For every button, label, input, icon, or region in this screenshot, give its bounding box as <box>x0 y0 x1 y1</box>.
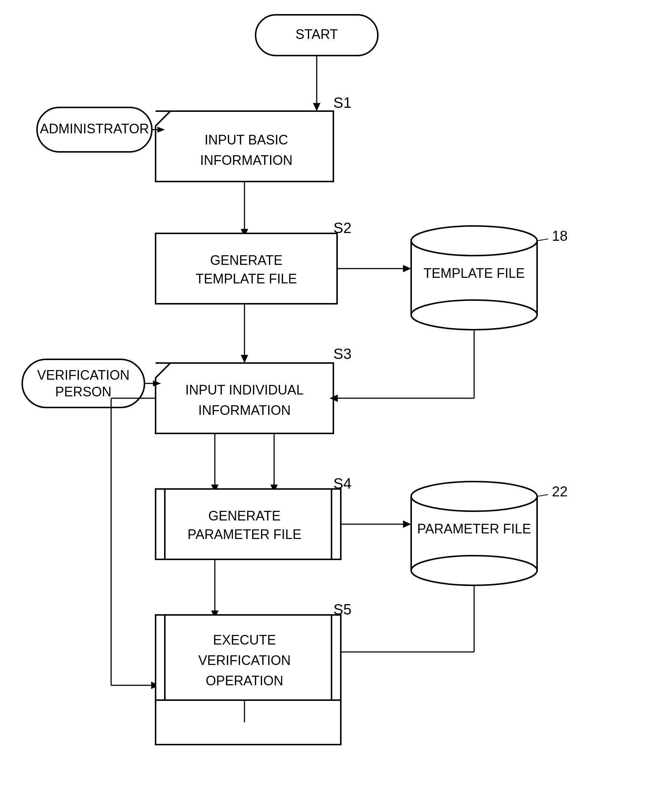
s2-text2: TEMPLATE FILE <box>196 271 297 286</box>
vp-text1: VERIFICATION <box>37 368 129 383</box>
param-db-label: PARAMETER FILE <box>417 521 531 537</box>
administrator-label: ADMINISTRATOR <box>40 121 149 136</box>
s1-text1: INPUT BASIC <box>204 132 288 147</box>
vp-text2: PERSON <box>55 384 111 399</box>
s4-text2: PARAMETER FILE <box>187 527 301 542</box>
svg-point-30 <box>411 481 537 511</box>
svg-marker-29 <box>403 520 411 528</box>
s4-box-outer <box>156 489 341 559</box>
s1-text2: INFORMATION <box>200 153 292 168</box>
s3-box <box>156 363 333 433</box>
svg-marker-7 <box>403 265 411 272</box>
s3-label: S3 <box>333 346 351 362</box>
svg-point-31 <box>411 556 537 585</box>
verification-person-node <box>22 359 144 407</box>
s2-box <box>156 234 337 304</box>
diagram-container: START S1 ADMINISTRATOR INPUT BASIC INFOR… <box>0 0 656 812</box>
svg-marker-1 <box>313 103 320 111</box>
bottom-connector <box>156 700 341 745</box>
s5-text2: VERIFICATION <box>198 653 291 668</box>
svg-marker-12 <box>241 355 248 363</box>
s3-text2: INFORMATION <box>198 403 291 418</box>
start-label: START <box>296 27 338 42</box>
svg-point-9 <box>411 300 537 330</box>
s5-text3: OPERATION <box>206 673 283 688</box>
s5-text1: EXECUTE <box>213 633 276 648</box>
ref-22: 22 <box>552 484 568 500</box>
s2-text1: GENERATE <box>210 253 282 268</box>
template-db-label: TEMPLATE FILE <box>423 266 524 281</box>
ref-18: 18 <box>552 228 568 244</box>
s1-label: S1 <box>333 94 351 111</box>
s3-text1: INPUT INDIVIDUAL <box>185 382 303 397</box>
svg-point-8 <box>411 226 537 255</box>
svg-line-10 <box>537 239 548 241</box>
svg-line-32 <box>537 495 548 496</box>
s4-text1: GENERATE <box>208 508 280 523</box>
